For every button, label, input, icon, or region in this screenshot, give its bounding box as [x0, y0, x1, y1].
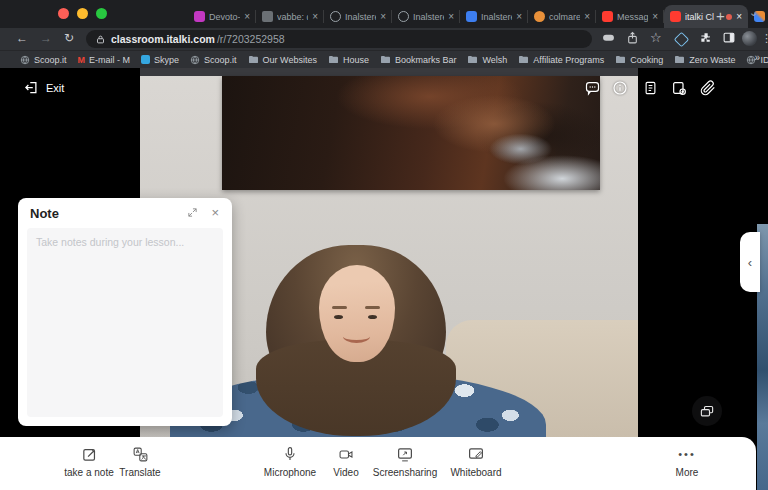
share-material-icon[interactable] [671, 80, 687, 96]
tab-close-icon[interactable]: × [516, 12, 522, 22]
window-minimize-button[interactable] [77, 8, 88, 19]
side-panel-icon[interactable] [722, 31, 736, 44]
tab-list: Devoto-Oli × vabbe: d × Inalstere × Inal… [188, 5, 768, 28]
bookmark-item[interactable]: Scoop.it [190, 55, 237, 65]
extensions-puzzle-icon[interactable] [699, 31, 713, 45]
person-face [319, 265, 395, 362]
swap-video-button[interactable] [692, 396, 722, 426]
person-eyebrow [332, 306, 347, 309]
folder-icon [674, 55, 685, 64]
bookmarks-bar: Scoop.it M E-mail - M Skype Scoop.it Our… [0, 50, 768, 68]
bookmark-item[interactable]: M E-mail - M [78, 55, 131, 65]
bookmark-folder[interactable]: Welsh [467, 55, 507, 65]
whiteboard-icon [431, 444, 521, 464]
window-zoom-button[interactable] [96, 8, 107, 19]
bookmarks-overflow-icon[interactable]: » [754, 52, 760, 63]
note-expand-icon[interactable] [187, 207, 198, 218]
person-eyebrow [365, 306, 380, 309]
tab-label: colmare [549, 12, 580, 22]
side-panel-handle[interactable]: ‹ [740, 232, 760, 292]
bookmark-folder[interactable]: House [328, 55, 369, 65]
url-bar[interactable]: classroom.italki.com /r/7203252958 [86, 30, 592, 48]
tab-inalstere-1[interactable]: Inalstere × [324, 5, 392, 28]
note-textarea[interactable] [27, 228, 223, 417]
window-close-button[interactable] [58, 8, 69, 19]
window-controls [58, 8, 107, 19]
tab-close-icon[interactable]: × [584, 12, 590, 22]
bookmark-star-icon[interactable]: ☆ [650, 30, 662, 45]
screen: Devoto-Oli × vabbe: d × Inalstere × Inal… [0, 0, 768, 490]
bookmark-folder[interactable]: Cooking [615, 55, 663, 65]
tab-label: Messages [617, 12, 648, 22]
tab-label: Inalstere [413, 12, 444, 22]
person-eye [368, 315, 377, 319]
tab-close-icon[interactable]: × [736, 12, 742, 22]
chat-icon[interactable] [584, 80, 601, 96]
new-tab-button[interactable]: + [716, 6, 725, 26]
lesson-notes-icon[interactable] [643, 80, 658, 96]
bookmark-item[interactable]: Scoop.it [20, 55, 67, 65]
chrome-menu-kebab-icon[interactable]: ⋮ [761, 32, 768, 45]
exit-icon [24, 80, 39, 95]
tab-overflow-chevron-icon[interactable]: ⌄ [749, 6, 758, 19]
tab-media-indicator-icon[interactable] [601, 31, 616, 44]
tab-close-icon[interactable]: × [380, 12, 386, 22]
note-close-icon[interactable]: × [211, 205, 219, 220]
folder-icon [615, 55, 626, 64]
tab-colmare[interactable]: colmare × [528, 5, 596, 28]
italki-icon [670, 11, 681, 22]
translate-icon [95, 444, 185, 464]
tab-inalstere-2[interactable]: Inalstere × [392, 5, 460, 28]
profile-avatar[interactable] [742, 31, 757, 46]
lock-icon [96, 34, 105, 45]
note-panel-title: Note [30, 206, 59, 221]
globe-icon [398, 11, 409, 22]
tab-italki-classroom-active[interactable]: italki Cl × [664, 5, 748, 28]
tab-close-icon[interactable]: × [244, 12, 250, 22]
browser-toolbar: ← → ↻ classroom.italki.com /r/7203252958… [0, 28, 768, 50]
forward-icon[interactable]: → [40, 31, 52, 45]
whiteboard-button[interactable]: Whiteboard [431, 444, 521, 478]
bookmark-item[interactable]: Skype [141, 55, 179, 65]
recording-dot-icon [726, 14, 732, 20]
back-icon[interactable]: ← [16, 31, 28, 45]
blue-site-icon [466, 11, 477, 22]
translate-button[interactable]: Translate [95, 444, 185, 478]
share-icon[interactable] [626, 31, 639, 45]
exit-button[interactable]: Exit [24, 80, 64, 95]
folder-icon [328, 55, 339, 64]
bookmark-folder[interactable]: Zero Waste [674, 55, 735, 65]
note-panel: Note × [18, 198, 232, 426]
chevron-left-icon: ‹ [748, 255, 752, 270]
bookmark-folder[interactable]: Affiliate Programs [518, 55, 604, 65]
tab-close-icon[interactable]: × [448, 12, 454, 22]
tab-inalstere-3[interactable]: Inalstere × [460, 5, 528, 28]
reload-icon[interactable]: ↻ [64, 31, 74, 45]
folder-icon [248, 55, 259, 64]
tab-vabbe[interactable]: vabbe: d × [256, 5, 324, 28]
attachment-icon[interactable] [700, 80, 716, 96]
tab-close-icon[interactable]: × [652, 12, 658, 22]
gmail-icon: M [78, 55, 86, 65]
tab-label: Inalstere [481, 12, 512, 22]
wall-painting [222, 76, 600, 190]
info-icon[interactable] [612, 80, 628, 96]
tab-messages[interactable]: Messages × [596, 5, 664, 28]
tab-label: Inalstere [345, 12, 376, 22]
folder-icon [467, 55, 478, 64]
note-input-area [27, 228, 223, 417]
more-button[interactable]: ••• More [642, 444, 732, 478]
folder-icon [518, 55, 529, 64]
tab-close-icon[interactable]: × [312, 12, 318, 22]
folder-icon [380, 55, 391, 64]
swap-video-icon [699, 404, 715, 419]
skype-icon [141, 55, 150, 64]
person-smile [343, 330, 370, 343]
extension-diamond-icon[interactable] [676, 34, 687, 45]
bookmark-folder[interactable]: Our Websites [248, 55, 317, 65]
person-eye [334, 315, 343, 319]
bookmark-folder[interactable]: Bookmarks Bar [380, 55, 457, 65]
browser-tabstrip: Devoto-Oli × vabbe: d × Inalstere × Inal… [0, 0, 768, 28]
note-panel-header: Note × [18, 198, 232, 228]
tab-devoto-oli[interactable]: Devoto-Oli × [188, 5, 256, 28]
